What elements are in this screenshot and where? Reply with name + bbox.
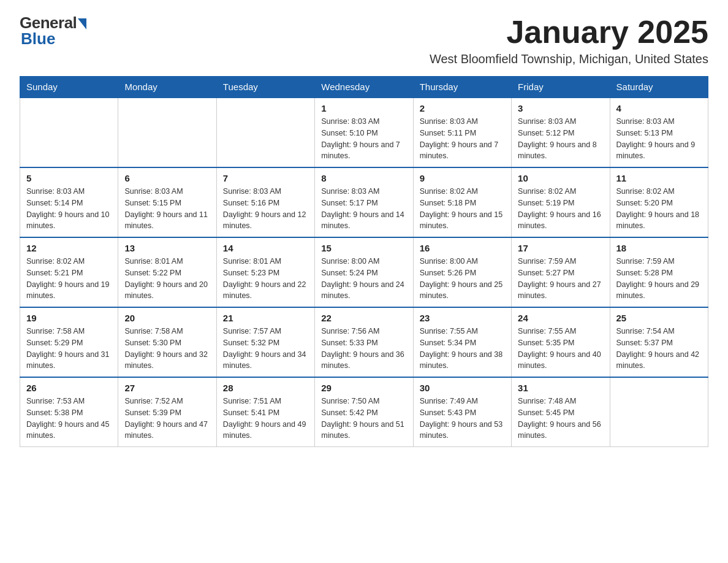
calendar-cell: 29Sunrise: 7:50 AMSunset: 5:42 PMDayligh… [315,377,413,447]
logo-arrow-icon [78,18,86,29]
day-of-week-header: Sunday [20,77,118,98]
calendar-cell: 18Sunrise: 7:59 AMSunset: 5:28 PMDayligh… [610,237,708,307]
calendar-body: 1Sunrise: 8:03 AMSunset: 5:10 PMDaylight… [20,98,708,447]
day-number: 25 [616,313,702,323]
day-of-week-header: Tuesday [216,77,314,98]
day-number: 15 [321,243,406,253]
day-info: Sunrise: 7:49 AMSunset: 5:43 PMDaylight:… [420,396,505,442]
calendar-cell: 6Sunrise: 8:03 AMSunset: 5:15 PMDaylight… [118,167,216,237]
day-of-week-header: Monday [118,77,216,98]
calendar-cell: 11Sunrise: 8:02 AMSunset: 5:20 PMDayligh… [610,167,708,237]
title-section: January 2025 West Bloomfield Township, M… [430,15,708,66]
calendar-cell: 27Sunrise: 7:52 AMSunset: 5:39 PMDayligh… [118,377,216,447]
day-number: 9 [420,173,505,183]
day-of-week-header: Saturday [610,77,708,98]
calendar-header: SundayMondayTuesdayWednesdayThursdayFrid… [20,77,708,98]
day-info: Sunrise: 8:01 AMSunset: 5:23 PMDaylight:… [223,256,308,302]
calendar-cell: 2Sunrise: 8:03 AMSunset: 5:11 PMDaylight… [413,98,511,167]
day-info: Sunrise: 7:59 AMSunset: 5:28 PMDaylight:… [616,256,702,302]
day-number: 8 [321,173,406,183]
day-of-week-header: Wednesday [315,77,413,98]
calendar-cell: 14Sunrise: 8:01 AMSunset: 5:23 PMDayligh… [216,237,314,307]
calendar-cell: 24Sunrise: 7:55 AMSunset: 5:35 PMDayligh… [512,307,610,377]
day-number: 23 [420,313,505,323]
day-number: 17 [518,243,603,253]
day-info: Sunrise: 8:00 AMSunset: 5:26 PMDaylight:… [420,256,505,302]
calendar-week-row: 1Sunrise: 8:03 AMSunset: 5:10 PMDaylight… [20,98,708,167]
day-of-week-header: Thursday [413,77,511,98]
day-info: Sunrise: 8:02 AMSunset: 5:19 PMDaylight:… [518,186,603,232]
day-number: 16 [420,243,505,253]
day-number: 13 [124,243,210,253]
day-info: Sunrise: 8:01 AMSunset: 5:22 PMDaylight:… [124,256,210,302]
day-info: Sunrise: 8:02 AMSunset: 5:21 PMDaylight:… [26,256,112,302]
page-header: General Blue January 2025 West Bloomfiel… [20,15,708,66]
calendar-week-row: 19Sunrise: 7:58 AMSunset: 5:29 PMDayligh… [20,307,708,377]
day-info: Sunrise: 7:58 AMSunset: 5:29 PMDaylight:… [26,326,112,372]
day-info: Sunrise: 7:56 AMSunset: 5:33 PMDaylight:… [321,326,406,372]
day-info: Sunrise: 8:03 AMSunset: 5:15 PMDaylight:… [124,186,210,232]
day-info: Sunrise: 7:51 AMSunset: 5:41 PMDaylight:… [223,396,308,442]
calendar-cell: 25Sunrise: 7:54 AMSunset: 5:37 PMDayligh… [610,307,708,377]
calendar-cell: 15Sunrise: 8:00 AMSunset: 5:24 PMDayligh… [315,237,413,307]
location-title: West Bloomfield Township, Michigan, Unit… [430,52,708,66]
day-info: Sunrise: 8:03 AMSunset: 5:16 PMDaylight:… [223,186,308,232]
calendar-week-row: 26Sunrise: 7:53 AMSunset: 5:38 PMDayligh… [20,377,708,447]
day-info: Sunrise: 8:02 AMSunset: 5:18 PMDaylight:… [420,186,505,232]
day-info: Sunrise: 7:55 AMSunset: 5:34 PMDaylight:… [420,326,505,372]
day-info: Sunrise: 8:03 AMSunset: 5:14 PMDaylight:… [26,186,112,232]
day-info: Sunrise: 8:02 AMSunset: 5:20 PMDaylight:… [616,186,702,232]
calendar-cell: 13Sunrise: 8:01 AMSunset: 5:22 PMDayligh… [118,237,216,307]
day-number: 22 [321,313,406,323]
day-number: 14 [223,243,308,253]
day-number: 10 [518,173,603,183]
day-number: 1 [321,103,406,113]
day-number: 21 [223,313,308,323]
logo-general-text: General [20,15,77,31]
day-info: Sunrise: 8:03 AMSunset: 5:10 PMDaylight:… [321,116,406,162]
calendar-cell: 3Sunrise: 8:03 AMSunset: 5:12 PMDaylight… [512,98,610,167]
day-info: Sunrise: 8:03 AMSunset: 5:12 PMDaylight:… [518,116,603,162]
day-info: Sunrise: 7:54 AMSunset: 5:37 PMDaylight:… [616,326,702,372]
calendar-cell: 17Sunrise: 7:59 AMSunset: 5:27 PMDayligh… [512,237,610,307]
calendar-cell: 31Sunrise: 7:48 AMSunset: 5:45 PMDayligh… [512,377,610,447]
day-info: Sunrise: 7:52 AMSunset: 5:39 PMDaylight:… [124,396,210,442]
day-info: Sunrise: 7:57 AMSunset: 5:32 PMDaylight:… [223,326,308,372]
day-info: Sunrise: 7:58 AMSunset: 5:30 PMDaylight:… [124,326,210,372]
calendar-cell: 4Sunrise: 8:03 AMSunset: 5:13 PMDaylight… [610,98,708,167]
calendar-cell: 16Sunrise: 8:00 AMSunset: 5:26 PMDayligh… [413,237,511,307]
calendar-cell: 20Sunrise: 7:58 AMSunset: 5:30 PMDayligh… [118,307,216,377]
calendar-cell [216,98,314,167]
day-number: 2 [420,103,505,113]
calendar-cell: 7Sunrise: 8:03 AMSunset: 5:16 PMDaylight… [216,167,314,237]
day-number: 3 [518,103,603,113]
day-info: Sunrise: 8:03 AMSunset: 5:11 PMDaylight:… [420,116,505,162]
day-info: Sunrise: 8:03 AMSunset: 5:17 PMDaylight:… [321,186,406,232]
calendar-cell: 1Sunrise: 8:03 AMSunset: 5:10 PMDaylight… [315,98,413,167]
day-number: 18 [616,243,702,253]
day-number: 30 [420,383,505,393]
calendar-cell: 8Sunrise: 8:03 AMSunset: 5:17 PMDaylight… [315,167,413,237]
calendar-week-row: 5Sunrise: 8:03 AMSunset: 5:14 PMDaylight… [20,167,708,237]
calendar-cell [118,98,216,167]
calendar-cell: 23Sunrise: 7:55 AMSunset: 5:34 PMDayligh… [413,307,511,377]
calendar-cell: 19Sunrise: 7:58 AMSunset: 5:29 PMDayligh… [20,307,118,377]
day-number: 27 [124,383,210,393]
calendar-cell: 5Sunrise: 8:03 AMSunset: 5:14 PMDaylight… [20,167,118,237]
day-number: 6 [124,173,210,183]
calendar-week-row: 12Sunrise: 8:02 AMSunset: 5:21 PMDayligh… [20,237,708,307]
calendar-cell: 21Sunrise: 7:57 AMSunset: 5:32 PMDayligh… [216,307,314,377]
day-number: 28 [223,383,308,393]
day-info: Sunrise: 7:55 AMSunset: 5:35 PMDaylight:… [518,326,603,372]
day-info: Sunrise: 7:53 AMSunset: 5:38 PMDaylight:… [26,396,112,442]
day-number: 19 [26,313,112,323]
day-number: 24 [518,313,603,323]
day-number: 26 [26,383,112,393]
day-info: Sunrise: 7:48 AMSunset: 5:45 PMDaylight:… [518,396,603,442]
calendar-cell: 10Sunrise: 8:02 AMSunset: 5:19 PMDayligh… [512,167,610,237]
day-number: 11 [616,173,702,183]
day-number: 4 [616,103,702,113]
day-number: 31 [518,383,603,393]
day-info: Sunrise: 8:00 AMSunset: 5:24 PMDaylight:… [321,256,406,302]
day-info: Sunrise: 7:59 AMSunset: 5:27 PMDaylight:… [518,256,603,302]
